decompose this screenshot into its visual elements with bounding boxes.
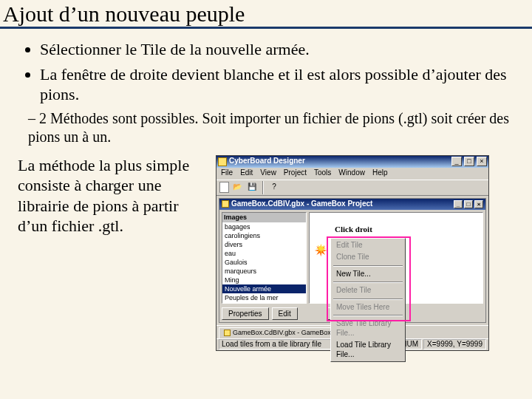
toolbar-separator — [262, 181, 264, 194]
list-item[interactable]: carolingiens — [222, 231, 306, 240]
context-menu-separator — [333, 315, 403, 316]
list-item[interactable]: marqueurs — [222, 267, 306, 276]
toolbar-open-icon[interactable]: 📂 — [231, 181, 244, 194]
context-menu-item: Clone Tile — [332, 251, 404, 264]
menu-help[interactable]: Help — [372, 168, 388, 178]
toolbar: 📂 💾 ? — [216, 180, 488, 196]
bullet-1: Sélectionner le Tile de la nouvelle armé… — [40, 39, 514, 60]
click-droit-label: Click droit — [335, 225, 372, 235]
context-menu-item: Save Tile Library File... — [332, 318, 404, 339]
toolbar-help-icon[interactable]: ? — [267, 181, 281, 194]
panel-minimize-button[interactable]: _ — [454, 200, 463, 208]
list-section-images: Images — [222, 213, 306, 222]
context-menu-item: Move Tiles Here — [332, 301, 404, 314]
slide-bullets: Sélectionner le Tile de la nouvelle armé… — [18, 39, 514, 105]
list-item[interactable]: Gaulois — [222, 258, 306, 267]
close-button[interactable]: × — [477, 157, 487, 166]
list-item[interactable]: Peuples de la mer — [222, 293, 306, 302]
panel-maximize-button[interactable]: □ — [464, 200, 473, 208]
context-menu-item[interactable]: Load Tile Library File... — [332, 339, 404, 361]
list-item[interactable]: Nouvelle armée — [222, 284, 306, 293]
panel-title-text: GameBox.CdBIV.gbx - GameBox Project — [231, 200, 451, 209]
menu-file[interactable]: File — [221, 168, 233, 178]
menu-tools[interactable]: Tools — [314, 168, 331, 178]
minimize-button[interactable]: _ — [451, 157, 462, 166]
list-item[interactable]: bagages — [222, 222, 306, 231]
tab-label: GameBox.CdBIV.gbx - GameBox P... — [233, 329, 342, 337]
tab-icon — [224, 330, 231, 336]
click-star-icon: ✷ — [314, 241, 327, 262]
context-menu-item: Delete Tile — [332, 284, 404, 297]
context-menu-separator — [333, 282, 403, 283]
lower-paragraph: La méthode la plus simple consiste à cha… — [18, 155, 202, 236]
toolbar-save-icon[interactable]: 💾 — [245, 181, 259, 194]
menubar: File Edit View Project Tools Window Help — [216, 168, 488, 180]
list-item[interactable]: Ming — [222, 276, 306, 284]
document-tab[interactable]: GameBox.CdBIV.gbx - GameBox P... — [219, 327, 347, 338]
app-title: CyberBoard Designer — [229, 157, 449, 166]
context-menu-item[interactable]: New Tile... — [332, 268, 404, 281]
menu-window[interactable]: Window — [338, 168, 365, 178]
subbullet: 2 Méthodes sont possibles. Soit importer… — [28, 109, 514, 146]
status-coord: X=9999, Y=9999 — [423, 339, 486, 350]
bullet-2: La fenêtre de droite devient blanche et … — [40, 64, 514, 105]
edit-button[interactable]: Edit — [272, 307, 298, 320]
slide-title: Ajout d’un nouveau peuple — [0, 0, 532, 29]
menu-view[interactable]: View — [260, 168, 276, 178]
context-menu: Edit TileClone TileNew Tile...Delete Til… — [330, 238, 406, 363]
menu-project[interactable]: Project — [284, 168, 307, 178]
maximize-button[interactable]: □ — [464, 157, 474, 166]
toolbar-new-icon[interactable] — [219, 182, 229, 193]
panel-close-button[interactable]: × — [474, 200, 483, 208]
menu-edit[interactable]: Edit — [240, 168, 253, 178]
project-panel: GameBox.CdBIV.gbx - GameBox Project _ □ … — [219, 198, 486, 323]
titlebar[interactable]: CyberBoard Designer _ □ × — [216, 156, 488, 168]
panel-titlebar[interactable]: GameBox.CdBIV.gbx - GameBox Project _ □ … — [219, 199, 485, 210]
app-icon — [218, 157, 227, 166]
list-item[interactable]: divers — [222, 240, 306, 249]
context-menu-separator — [333, 299, 403, 300]
panel-icon — [222, 200, 229, 208]
properties-button[interactable]: Properties — [222, 307, 269, 320]
context-menu-separator — [333, 265, 403, 267]
app-window: CyberBoard Designer _ □ × File Edit View… — [216, 155, 489, 351]
tile-listbox[interactable]: Images bagagescarolingiensdiverseauGaulo… — [222, 212, 307, 304]
context-menu-item: Edit Tile — [332, 239, 404, 252]
list-item[interactable]: terrains — [222, 302, 306, 304]
list-item[interactable]: eau — [222, 249, 306, 258]
